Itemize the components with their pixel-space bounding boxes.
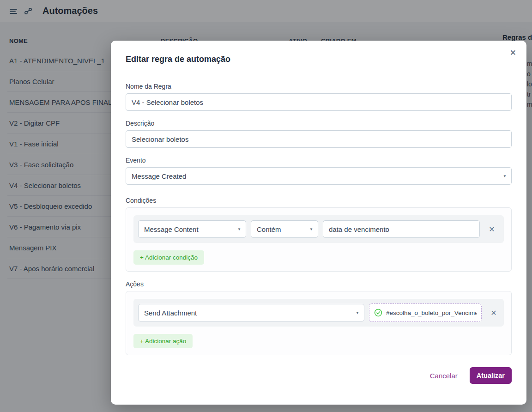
rule-name-input[interactable] — [126, 93, 512, 111]
remove-condition-icon[interactable]: ✕ — [486, 225, 497, 234]
description-input[interactable] — [126, 130, 512, 148]
conditions-label: Condições — [126, 197, 512, 204]
condition-attribute-select[interactable]: Message Content ▼ — [138, 220, 246, 238]
add-condition-button[interactable]: + Adicionar condição — [133, 250, 204, 265]
description-label: Descrição — [126, 120, 512, 127]
actions-box: Send Attachment ▼ #escolha_o_boleto_por_… — [126, 291, 512, 355]
rule-name-label: Nome da Regra — [126, 83, 512, 90]
remove-action-icon[interactable]: ✕ — [488, 309, 499, 317]
conditions-box: Message Content ▼ Contém ▼ ✕ + Adicionar… — [126, 207, 512, 272]
modal-footer: Cancelar Atualizar — [126, 367, 512, 384]
conditions-section: Condições Message Content ▼ Contém ▼ ✕ +… — [126, 197, 512, 272]
event-label: Evento — [126, 157, 512, 164]
chevron-down-icon: ▼ — [309, 227, 313, 231]
actions-label: Ações — [126, 280, 512, 288]
event-select-value: Message Created — [132, 172, 186, 180]
condition-attribute-value: Message Content — [144, 225, 199, 233]
attachment-filename: #escolha_o_boleto_por_Vencimento.mp3 — [386, 309, 477, 316]
action-type-value: Send Attachment — [144, 309, 197, 317]
chevron-down-icon: ▼ — [503, 174, 507, 178]
add-action-button[interactable]: + Adicionar ação — [133, 334, 193, 348]
condition-operator-value: Contém — [257, 225, 281, 233]
modal-title: Editar regra de automação — [126, 55, 512, 64]
condition-operator-select[interactable]: Contém ▼ — [251, 220, 318, 238]
condition-value-input[interactable] — [323, 220, 480, 238]
edit-automation-modal: ✕ Editar regra de automação Nome da Regr… — [111, 41, 526, 405]
actions-section: Ações Send Attachment ▼ #escolha_o_bolet… — [126, 280, 512, 355]
attachment-chip[interactable]: #escolha_o_boleto_por_Vencimento.mp3 — [369, 303, 482, 322]
rule-name-group: Nome da Regra — [126, 83, 512, 111]
description-group: Descrição — [126, 120, 512, 148]
chevron-down-icon: ▼ — [356, 311, 359, 315]
condition-row: Message Content ▼ Contém ▼ ✕ — [133, 215, 504, 243]
cancel-button[interactable]: Cancelar — [430, 372, 458, 380]
event-group: Evento Message Created ▼ — [126, 157, 512, 185]
update-button[interactable]: Atualizar — [470, 367, 512, 384]
event-select[interactable]: Message Created ▼ — [126, 167, 512, 185]
action-row: Send Attachment ▼ #escolha_o_boleto_por_… — [133, 299, 504, 327]
check-circle-icon — [374, 309, 382, 317]
chevron-down-icon: ▼ — [237, 227, 241, 231]
action-type-select[interactable]: Send Attachment ▼ — [138, 304, 364, 321]
close-icon[interactable]: ✕ — [510, 49, 516, 57]
